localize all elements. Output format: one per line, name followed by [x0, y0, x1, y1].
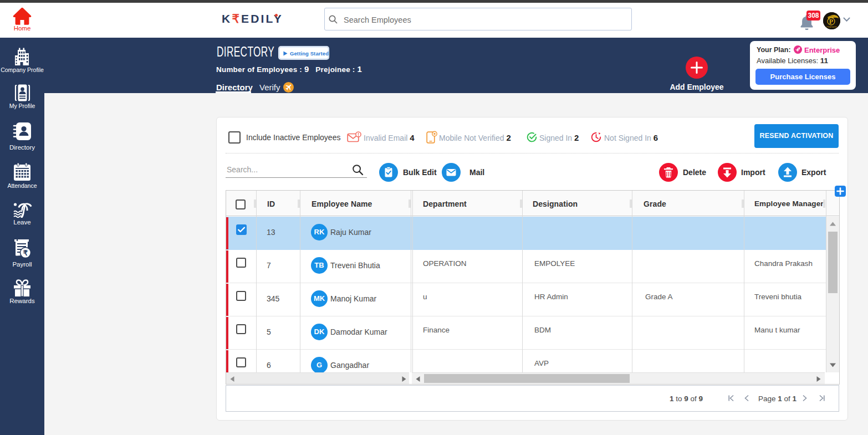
- svg-text:P: P: [829, 18, 833, 25]
- svg-text:₹: ₹: [23, 249, 28, 257]
- svg-text:PRAKASH: PRAKASH: [826, 26, 837, 28]
